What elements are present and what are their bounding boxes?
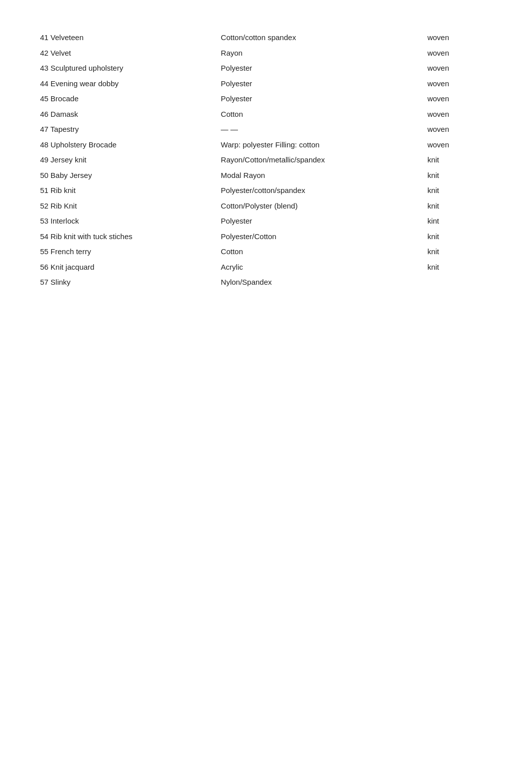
- fabric-name: 44 Evening wear dobby: [40, 76, 221, 92]
- fabric-type: knit: [427, 183, 492, 199]
- fabric-name: 55 French terry: [40, 244, 221, 260]
- table-row: 52 Rib KnitCotton/Polyster (blend)knit: [40, 199, 492, 214]
- fabric-material: Cotton/cotton spandex: [221, 30, 427, 46]
- table-row: 53 InterlockPolyesterkint: [40, 214, 492, 229]
- fabric-material: Nylon/Spandex: [221, 275, 427, 290]
- fabric-name: 50 Baby Jersey: [40, 168, 221, 183]
- fabric-material: Acrylic: [221, 260, 427, 275]
- table-row: 50 Baby JerseyModal Rayonknit: [40, 168, 492, 183]
- fabric-type: woven: [427, 122, 492, 137]
- fabric-list-table: 41 VelveteenCotton/cotton spandexwoven42…: [40, 30, 492, 290]
- fabric-material: Polyester: [221, 214, 427, 229]
- table-row: 45 BrocadePolyesterwoven: [40, 91, 492, 107]
- fabric-type: knit: [427, 199, 492, 214]
- fabric-type: knit: [427, 152, 492, 168]
- fabric-type: woven: [427, 46, 492, 61]
- table-row: 43 Sculptured upholsteryPolyesterwoven: [40, 61, 492, 76]
- fabric-name: 53 Interlock: [40, 214, 221, 229]
- fabric-name: 41 Velveteen: [40, 30, 221, 46]
- fabric-material: — —: [221, 122, 427, 137]
- fabric-material: Modal Rayon: [221, 168, 427, 183]
- fabric-name: 47 Tapestry: [40, 122, 221, 137]
- table-row: 57 SlinkyNylon/Spandex: [40, 275, 492, 290]
- fabric-name: 42 Velvet: [40, 46, 221, 61]
- fabric-material: Rayon: [221, 46, 427, 61]
- fabric-type: knit: [427, 260, 492, 275]
- table-row: 51 Rib knitPolyester/cotton/spandexknit: [40, 183, 492, 199]
- fabric-material: Polyester: [221, 61, 427, 76]
- fabric-material: Warp: polyester Filling: cotton: [221, 137, 427, 153]
- fabric-name: 46 Damask: [40, 107, 221, 122]
- fabric-name: 57 Slinky: [40, 275, 221, 290]
- fabric-name: 54 Rib knit with tuck stiches: [40, 229, 221, 245]
- table-row: 44 Evening wear dobbyPolyesterwoven: [40, 76, 492, 92]
- fabric-type: knit: [427, 168, 492, 183]
- fabric-material: Cotton: [221, 107, 427, 122]
- fabric-type: woven: [427, 76, 492, 92]
- fabric-type: woven: [427, 137, 492, 153]
- table-row: 47 Tapestry— —woven: [40, 122, 492, 137]
- fabric-type: knit: [427, 244, 492, 260]
- fabric-material: Cotton: [221, 244, 427, 260]
- fabric-material: Rayon/Cotton/metallic/spandex: [221, 152, 427, 168]
- fabric-material: Polyester: [221, 76, 427, 92]
- table-row: 46 DamaskCottonwoven: [40, 107, 492, 122]
- table-row: 54 Rib knit with tuck stichesPolyester/C…: [40, 229, 492, 245]
- fabric-name: 48 Upholstery Brocade: [40, 137, 221, 153]
- fabric-name: 56 Knit jacquard: [40, 260, 221, 275]
- table-row: 56 Knit jacquardAcrylicknit: [40, 260, 492, 275]
- fabric-type: knit: [427, 229, 492, 245]
- fabric-name: 51 Rib knit: [40, 183, 221, 199]
- table-row: 42 VelvetRayonwoven: [40, 46, 492, 61]
- fabric-name: 45 Brocade: [40, 91, 221, 107]
- fabric-type: woven: [427, 91, 492, 107]
- fabric-material: Polyester: [221, 91, 427, 107]
- table-row: 49 Jersey knitRayon/Cotton/metallic/span…: [40, 152, 492, 168]
- fabric-name: 43 Sculptured upholstery: [40, 61, 221, 76]
- fabric-material: Cotton/Polyster (blend): [221, 199, 427, 214]
- fabric-name: 49 Jersey knit: [40, 152, 221, 168]
- fabric-type: woven: [427, 107, 492, 122]
- fabric-name: 52 Rib Knit: [40, 199, 221, 214]
- fabric-material: Polyester/Cotton: [221, 229, 427, 245]
- fabric-type: woven: [427, 61, 492, 76]
- fabric-type: [427, 275, 492, 290]
- table-row: 41 VelveteenCotton/cotton spandexwoven: [40, 30, 492, 46]
- fabric-type: woven: [427, 30, 492, 46]
- table-row: 48 Upholstery BrocadeWarp: polyester Fil…: [40, 137, 492, 153]
- fabric-type: kint: [427, 214, 492, 229]
- fabric-material: Polyester/cotton/spandex: [221, 183, 427, 199]
- table-row: 55 French terryCottonknit: [40, 244, 492, 260]
